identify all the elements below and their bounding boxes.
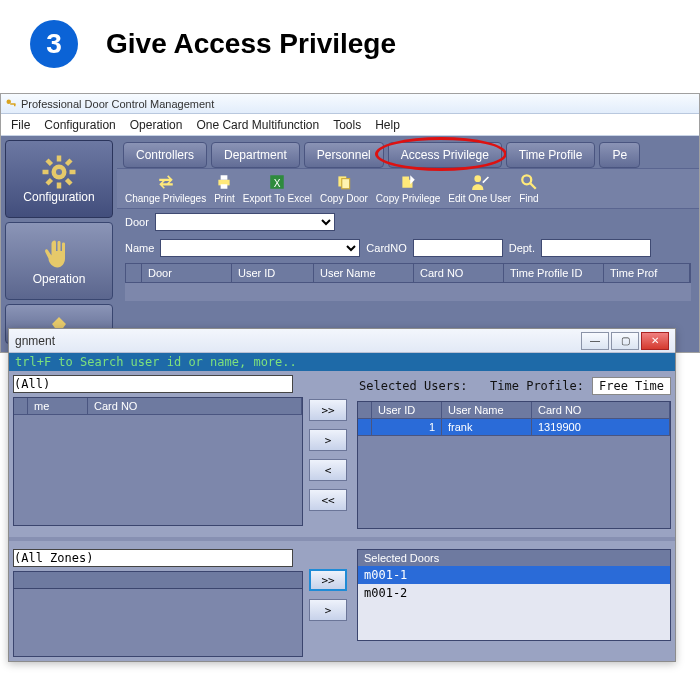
available-users-pane: me Card NO [13,375,303,529]
col-userid[interactable]: User ID [372,402,442,419]
col-username[interactable]: User Name [314,264,414,282]
svg-point-20 [474,175,481,182]
remove-all-users-button[interactable]: << [309,489,347,511]
tab-more[interactable]: Pe [599,142,640,168]
hand-icon [41,236,77,272]
tab-controllers[interactable]: Controllers [123,142,207,168]
close-button[interactable]: ✕ [641,332,669,350]
dialog-lower: >> > Selected Doors m001-1 m001-2 [9,545,675,661]
menu-configuration[interactable]: Configuration [44,118,115,132]
dept-input[interactable] [541,239,651,257]
col-timeprofile-id[interactable]: Time Profile ID [504,264,604,282]
col-door[interactable]: Door [142,264,232,282]
name-select[interactable] [160,239,360,257]
col-cardno[interactable]: Card NO [532,402,670,419]
splitter[interactable] [9,537,675,541]
cell-username: frank [442,419,532,436]
search-icon [520,173,538,191]
selected-users-pane: Selected Users: Time Profile: Free Time … [353,375,671,529]
tab-time-profile[interactable]: Time Profile [506,142,596,168]
selected-doors-pane: Selected Doors m001-1 m001-2 [353,549,671,657]
grid-row-selector [126,264,142,282]
swap-icon [157,173,175,191]
svg-rect-19 [342,179,350,189]
door-select[interactable] [155,213,335,231]
selected-door-row[interactable]: m001-1 [358,566,670,584]
svg-line-11 [67,160,72,165]
minimize-button[interactable]: — [581,332,609,350]
hint-bar: trl+F to Search user id or name, more.. [9,353,675,371]
cardno-input[interactable] [413,239,503,257]
available-users-body[interactable] [14,415,302,525]
add-all-users-button[interactable]: >> [309,399,347,421]
maximize-button[interactable]: ▢ [611,332,639,350]
sidebar-item-label: Configuration [23,190,94,204]
tab-access-privilege[interactable]: Access Privilege [388,142,502,168]
col-timeprofile[interactable]: Time Prof [604,264,690,282]
tool-label: Copy Privilege [376,193,440,204]
toolbar: Change Privileges Print XExport To Excel… [117,168,699,209]
user-filter-combo[interactable] [13,375,293,393]
tool-print[interactable]: Print [214,173,235,204]
menu-bar: File Configuration Operation One Card Mu… [1,114,699,136]
tool-change-privileges[interactable]: Change Privileges [125,173,206,204]
cardno-label: CardNO [366,242,406,254]
available-doors-body[interactable] [13,589,303,657]
copy-privilege-icon [399,173,417,191]
col-userid[interactable]: User ID [232,264,314,282]
step-header: 3 Give Access Privilege [0,0,700,93]
svg-line-8 [47,160,52,165]
assignment-dialog: gnment — ▢ ✕ trl+F to Search user id or … [8,328,676,662]
add-user-button[interactable]: > [309,429,347,451]
remove-user-button[interactable]: < [309,459,347,481]
col-username[interactable]: User Name [442,402,532,419]
time-profile-value[interactable]: Free Time [592,377,671,395]
menu-file[interactable]: File [11,118,30,132]
excel-icon: X [268,173,286,191]
zone-filter-combo[interactable] [13,549,293,567]
selected-user-row[interactable]: 1 frank 1319900 [358,419,670,436]
col-cardno[interactable]: Card NO [414,264,504,282]
row-handle [14,398,28,415]
tab-row: Controllers Department Personnel Access … [117,136,699,168]
dialog-title: gnment [15,334,55,348]
name-label: Name [125,242,154,254]
tool-find[interactable]: Find [519,173,538,204]
menu-tools[interactable]: Tools [333,118,361,132]
tool-copy-door[interactable]: Copy Door [320,173,368,204]
col-me[interactable]: me [28,398,88,415]
selected-doors-grid: Selected Doors m001-1 m001-2 [357,549,671,641]
dept-label: Dept. [509,242,535,254]
menu-help[interactable]: Help [375,118,400,132]
tab-personnel[interactable]: Personnel [304,142,384,168]
add-door-button[interactable]: > [309,599,347,621]
col-cardno[interactable]: Card NO [88,398,302,415]
tool-copy-privilege[interactable]: Copy Privilege [376,173,440,204]
app-window: Professional Door Control Management Fil… [0,93,700,353]
selected-users-label: Selected Users: [357,379,469,393]
user-transfer-buttons: >> > < << [303,375,353,529]
add-all-doors-button[interactable]: >> [309,569,347,591]
sidebar-item-label: Operation [33,272,86,286]
tab-department[interactable]: Department [211,142,300,168]
sidebar-item-operation[interactable]: Operation [5,222,113,300]
window-title-bar: Professional Door Control Management [1,94,699,114]
cell-cardno: 1319900 [532,419,670,436]
gear-icon [41,154,77,190]
tool-export-excel[interactable]: XExport To Excel [243,173,312,204]
grid-body-empty [125,283,691,301]
selected-door-row[interactable]: m001-2 [358,584,670,602]
window-title: Professional Door Control Management [21,98,214,110]
menu-operation[interactable]: Operation [130,118,183,132]
tool-edit-one-user[interactable]: Edit One User [448,173,511,204]
svg-rect-2 [14,104,16,106]
menu-onecard[interactable]: One Card Multifunction [196,118,319,132]
available-users-grid: me Card NO [13,397,303,526]
row-handle [358,402,372,419]
sidebar-item-configuration[interactable]: Configuration [5,140,113,218]
tool-label: Export To Excel [243,193,312,204]
grid-header: Door User ID User Name Card NO Time Prof… [125,263,691,283]
filter-row-name: Name CardNO Dept. [117,235,699,261]
key-icon [5,98,17,110]
svg-line-9 [67,180,72,185]
